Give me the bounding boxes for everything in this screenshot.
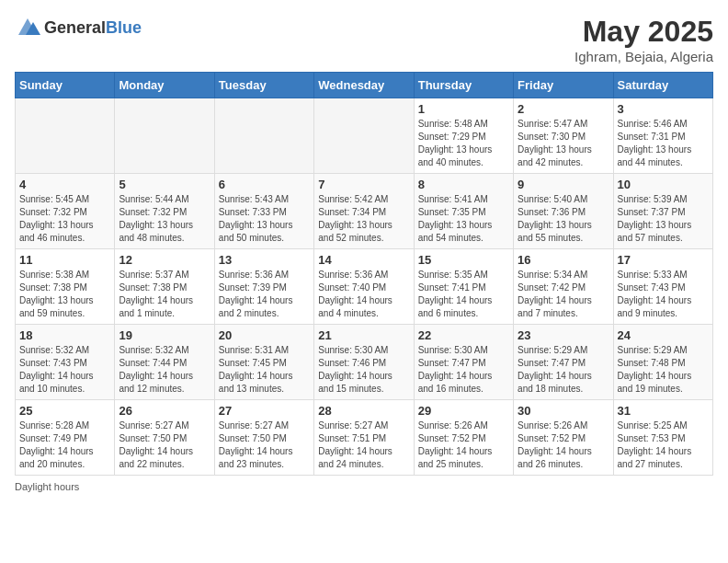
day-number: 8: [418, 178, 509, 191]
day-info: Sunrise: 5:29 AM Sunset: 7:48 PM Dayligh…: [618, 344, 709, 396]
calendar-cell: 12Sunrise: 5:37 AM Sunset: 7:38 PM Dayli…: [115, 249, 214, 325]
header-day-tuesday: Tuesday: [214, 73, 313, 98]
calendar-cell: 25Sunrise: 5:28 AM Sunset: 7:49 PM Dayli…: [16, 400, 115, 476]
day-info: Sunrise: 5:42 AM Sunset: 7:34 PM Dayligh…: [318, 193, 409, 245]
day-info: Sunrise: 5:32 AM Sunset: 7:43 PM Dayligh…: [19, 344, 110, 396]
day-info: Sunrise: 5:30 AM Sunset: 7:46 PM Dayligh…: [318, 344, 409, 396]
calendar-cell: 9Sunrise: 5:40 AM Sunset: 7:36 PM Daylig…: [514, 174, 613, 249]
calendar-cell: 21Sunrise: 5:30 AM Sunset: 7:46 PM Dayli…: [314, 325, 414, 400]
calendar-cell: 14Sunrise: 5:36 AM Sunset: 7:40 PM Dayli…: [314, 249, 414, 325]
day-info: Sunrise: 5:28 AM Sunset: 7:49 PM Dayligh…: [19, 419, 110, 471]
header-day-saturday: Saturday: [613, 73, 712, 98]
day-number: 25: [19, 404, 110, 418]
day-number: 31: [618, 404, 709, 418]
day-info: Sunrise: 5:25 AM Sunset: 7:53 PM Dayligh…: [618, 419, 709, 471]
subtitle: Ighram, Bejaia, Algeria: [574, 49, 713, 64]
header-day-sunday: Sunday: [16, 73, 115, 98]
header-day-friday: Friday: [514, 73, 613, 98]
header: GeneralBlue May 2025 Ighram, Bejaia, Alg…: [15, 15, 713, 64]
calendar-cell: 22Sunrise: 5:30 AM Sunset: 7:47 PM Dayli…: [414, 325, 513, 400]
day-info: Sunrise: 5:38 AM Sunset: 7:38 PM Dayligh…: [19, 269, 110, 320]
week-row-4: 18Sunrise: 5:32 AM Sunset: 7:43 PM Dayli…: [16, 325, 713, 400]
day-info: Sunrise: 5:46 AM Sunset: 7:31 PM Dayligh…: [618, 118, 709, 169]
week-row-5: 25Sunrise: 5:28 AM Sunset: 7:49 PM Dayli…: [16, 400, 713, 476]
day-info: Sunrise: 5:41 AM Sunset: 7:35 PM Dayligh…: [418, 193, 509, 245]
day-info: Sunrise: 5:37 AM Sunset: 7:38 PM Dayligh…: [119, 269, 210, 320]
day-number: 26: [119, 404, 210, 418]
logo-icon: [15, 15, 40, 40]
day-number: 13: [219, 253, 310, 267]
logo-blue: Blue: [106, 18, 142, 37]
calendar-cell: 1Sunrise: 5:48 AM Sunset: 7:29 PM Daylig…: [414, 98, 513, 174]
day-info: Sunrise: 5:45 AM Sunset: 7:32 PM Dayligh…: [19, 193, 110, 245]
week-row-2: 4Sunrise: 5:45 AM Sunset: 7:32 PM Daylig…: [16, 174, 713, 249]
calendar-cell: 6Sunrise: 5:43 AM Sunset: 7:33 PM Daylig…: [214, 174, 313, 249]
calendar-cell: 17Sunrise: 5:33 AM Sunset: 7:43 PM Dayli…: [613, 249, 712, 325]
day-info: Sunrise: 5:39 AM Sunset: 7:37 PM Dayligh…: [618, 193, 709, 245]
day-info: Sunrise: 5:32 AM Sunset: 7:44 PM Dayligh…: [119, 344, 210, 396]
calendar-cell: 5Sunrise: 5:44 AM Sunset: 7:32 PM Daylig…: [115, 174, 214, 249]
day-number: 18: [19, 328, 110, 342]
day-number: 29: [418, 404, 509, 418]
day-info: Sunrise: 5:27 AM Sunset: 7:50 PM Dayligh…: [119, 419, 210, 471]
calendar-cell: 27Sunrise: 5:27 AM Sunset: 7:50 PM Dayli…: [214, 400, 313, 476]
day-info: Sunrise: 5:30 AM Sunset: 7:47 PM Dayligh…: [418, 344, 509, 396]
calendar-cell: 24Sunrise: 5:29 AM Sunset: 7:48 PM Dayli…: [613, 325, 712, 400]
day-number: 27: [219, 404, 310, 418]
calendar-cell: 3Sunrise: 5:46 AM Sunset: 7:31 PM Daylig…: [613, 98, 712, 174]
day-number: 11: [19, 253, 110, 267]
day-number: 28: [318, 404, 409, 418]
week-row-1: 1Sunrise: 5:48 AM Sunset: 7:29 PM Daylig…: [16, 98, 713, 174]
day-info: Sunrise: 5:26 AM Sunset: 7:52 PM Dayligh…: [418, 419, 509, 471]
day-info: Sunrise: 5:27 AM Sunset: 7:51 PM Dayligh…: [318, 419, 409, 471]
day-info: Sunrise: 5:26 AM Sunset: 7:52 PM Dayligh…: [518, 419, 609, 471]
calendar-cell: [314, 98, 414, 174]
footer-note: Daylight hours: [15, 481, 713, 492]
day-number: 1: [418, 102, 509, 116]
calendar-cell: [214, 98, 313, 174]
day-number: 19: [119, 328, 210, 342]
logo-general: General: [44, 18, 106, 37]
calendar-cell: 4Sunrise: 5:45 AM Sunset: 7:32 PM Daylig…: [16, 174, 115, 249]
day-info: Sunrise: 5:40 AM Sunset: 7:36 PM Dayligh…: [518, 193, 609, 245]
calendar-cell: 19Sunrise: 5:32 AM Sunset: 7:44 PM Dayli…: [115, 325, 214, 400]
day-number: 17: [618, 253, 709, 267]
day-number: 21: [318, 328, 409, 342]
calendar-cell: 15Sunrise: 5:35 AM Sunset: 7:41 PM Dayli…: [414, 249, 513, 325]
day-number: 7: [318, 178, 409, 191]
calendar-cell: 18Sunrise: 5:32 AM Sunset: 7:43 PM Dayli…: [16, 325, 115, 400]
day-number: 10: [618, 178, 709, 191]
day-number: 4: [19, 178, 110, 191]
calendar-cell: 26Sunrise: 5:27 AM Sunset: 7:50 PM Dayli…: [115, 400, 214, 476]
day-number: 22: [418, 328, 509, 342]
calendar-cell: 11Sunrise: 5:38 AM Sunset: 7:38 PM Dayli…: [16, 249, 115, 325]
day-number: 16: [518, 253, 609, 267]
week-row-3: 11Sunrise: 5:38 AM Sunset: 7:38 PM Dayli…: [16, 249, 713, 325]
calendar-cell: 28Sunrise: 5:27 AM Sunset: 7:51 PM Dayli…: [314, 400, 414, 476]
day-number: 14: [318, 253, 409, 267]
header-day-thursday: Thursday: [414, 73, 513, 98]
header-day-wednesday: Wednesday: [314, 73, 414, 98]
calendar-cell: 2Sunrise: 5:47 AM Sunset: 7:30 PM Daylig…: [514, 98, 613, 174]
day-info: Sunrise: 5:47 AM Sunset: 7:30 PM Dayligh…: [518, 118, 609, 169]
calendar-cell: 7Sunrise: 5:42 AM Sunset: 7:34 PM Daylig…: [314, 174, 414, 249]
day-number: 6: [219, 178, 310, 191]
calendar-cell: 29Sunrise: 5:26 AM Sunset: 7:52 PM Dayli…: [414, 400, 513, 476]
calendar-cell: 13Sunrise: 5:36 AM Sunset: 7:39 PM Dayli…: [214, 249, 313, 325]
calendar-cell: 23Sunrise: 5:29 AM Sunset: 7:47 PM Dayli…: [514, 325, 613, 400]
day-info: Sunrise: 5:35 AM Sunset: 7:41 PM Dayligh…: [418, 269, 509, 320]
day-number: 23: [518, 328, 609, 342]
day-number: 15: [418, 253, 509, 267]
day-info: Sunrise: 5:29 AM Sunset: 7:47 PM Dayligh…: [518, 344, 609, 396]
day-info: Sunrise: 5:36 AM Sunset: 7:39 PM Dayligh…: [219, 269, 310, 320]
day-info: Sunrise: 5:44 AM Sunset: 7:32 PM Dayligh…: [119, 193, 210, 245]
logo: GeneralBlue: [15, 15, 142, 40]
day-number: 20: [219, 328, 310, 342]
day-info: Sunrise: 5:36 AM Sunset: 7:40 PM Dayligh…: [318, 269, 409, 320]
day-number: 3: [618, 102, 709, 116]
calendar-cell: 8Sunrise: 5:41 AM Sunset: 7:35 PM Daylig…: [414, 174, 513, 249]
header-day-monday: Monday: [115, 73, 214, 98]
calendar-cell: 30Sunrise: 5:26 AM Sunset: 7:52 PM Dayli…: [514, 400, 613, 476]
header-row: SundayMondayTuesdayWednesdayThursdayFrid…: [16, 73, 713, 98]
title-area: May 2025 Ighram, Bejaia, Algeria: [574, 15, 713, 64]
